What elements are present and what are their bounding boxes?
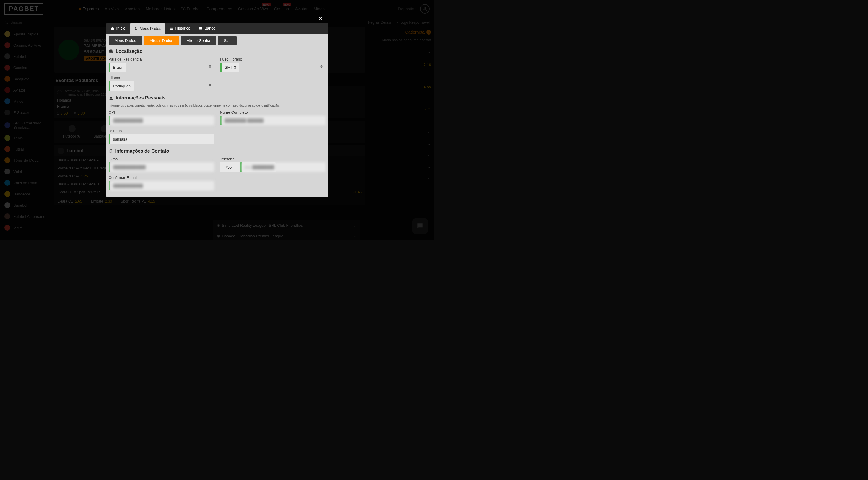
label-fuso: Fuso Horário <box>220 57 326 61</box>
modal-tabs: Início Meus Dados Histórico Banco <box>106 23 328 34</box>
input-confirm-email[interactable] <box>110 181 214 191</box>
select-fuso[interactable]: GMT-3 <box>222 63 239 72</box>
svg-rect-7 <box>170 28 173 28</box>
input-nome[interactable] <box>222 116 326 125</box>
subtab-sair[interactable]: Sair <box>218 36 236 45</box>
label-cpf: CPF <box>109 110 214 114</box>
section-contato: Informações de Contato <box>109 148 326 154</box>
phone-icon <box>109 149 113 153</box>
input-usuario[interactable] <box>110 134 214 144</box>
tab-inicio[interactable]: Início <box>106 23 130 34</box>
section-localizacao: Localização <box>109 49 326 54</box>
section-pessoais: Informações Pessoais <box>109 95 326 101</box>
close-icon <box>318 15 323 21</box>
globe-icon <box>109 49 114 54</box>
label-confirm-email: Confirmar E-mail <box>109 175 214 180</box>
subtab-alterar-senha[interactable]: Alterar Senha <box>181 36 216 45</box>
list-icon <box>169 26 174 30</box>
subtab-alterar-dados[interactable]: Alterar Dados <box>144 36 179 45</box>
input-phone[interactable] <box>242 162 326 172</box>
svg-rect-10 <box>199 28 203 28</box>
tab-historico[interactable]: Histórico <box>165 23 195 34</box>
account-modal: Início Meus Dados Histórico Banco Meus D… <box>106 23 328 198</box>
user-icon <box>134 27 138 31</box>
input-email[interactable] <box>110 162 214 172</box>
svg-rect-6 <box>170 27 173 27</box>
select-idioma[interactable]: Português <box>110 81 134 91</box>
label-pais: País de Residência <box>109 57 214 61</box>
svg-rect-8 <box>170 29 173 29</box>
label-usuario: Usuário <box>109 129 214 133</box>
tab-banco[interactable]: Banco <box>194 23 219 34</box>
label-nome: Nome Completo <box>220 110 326 114</box>
sub-tabs: Meus Dados Alterar Dados Alterar Senha S… <box>109 36 326 45</box>
close-button[interactable] <box>317 15 324 22</box>
tab-meus-dados[interactable]: Meus Dados <box>130 23 165 34</box>
svg-point-5 <box>135 27 136 29</box>
subtab-meus-dados[interactable]: Meus Dados <box>109 36 142 45</box>
label-email: E-mail <box>109 157 214 161</box>
card-icon <box>198 26 203 30</box>
personal-note: Informe os dados corretamente, pois os m… <box>109 104 326 107</box>
label-idioma: Idioma <box>109 76 214 80</box>
svg-point-12 <box>110 97 112 98</box>
user-icon <box>109 96 114 100</box>
home-icon <box>111 26 115 30</box>
select-pais[interactable]: Brasil <box>110 63 126 72</box>
input-cpf[interactable] <box>110 116 214 125</box>
label-telefone: Telefone <box>220 157 326 161</box>
